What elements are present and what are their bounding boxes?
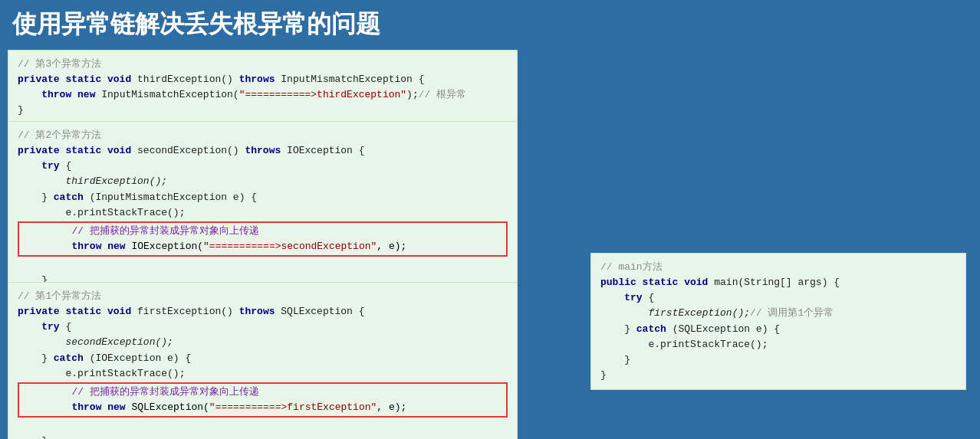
code-third: private static void thirdException() thr… bbox=[18, 74, 466, 116]
panel-first-exception: // 第1个异常方法 private static void firstExce… bbox=[8, 282, 518, 439]
code-first: private static void firstException() thr… bbox=[18, 306, 365, 379]
highlight-second: // 把捕获的异常封装成异常对象向上传递 throw new IOExcepti… bbox=[18, 221, 508, 257]
comment-second: // 第2个异常方法 bbox=[18, 129, 101, 141]
highlight-first: // 把捕获的异常封装成异常对象向上传递 throw new SQLExcept… bbox=[18, 382, 508, 418]
page-title: 使用异常链解决丢失根异常的问题 bbox=[0, 0, 980, 48]
code-main: public static void main(String[] args) {… bbox=[600, 277, 840, 381]
panel-main: // main方法 public static void main(String… bbox=[590, 253, 966, 390]
comment-third: // 第3个异常方法 bbox=[18, 58, 101, 70]
code-second: private static void secondException() th… bbox=[18, 145, 365, 218]
comment-main: // main方法 bbox=[600, 261, 663, 273]
panel-third-exception: // 第3个异常方法 private static void thirdExce… bbox=[8, 50, 518, 126]
comment-first: // 第1个异常方法 bbox=[18, 290, 101, 302]
